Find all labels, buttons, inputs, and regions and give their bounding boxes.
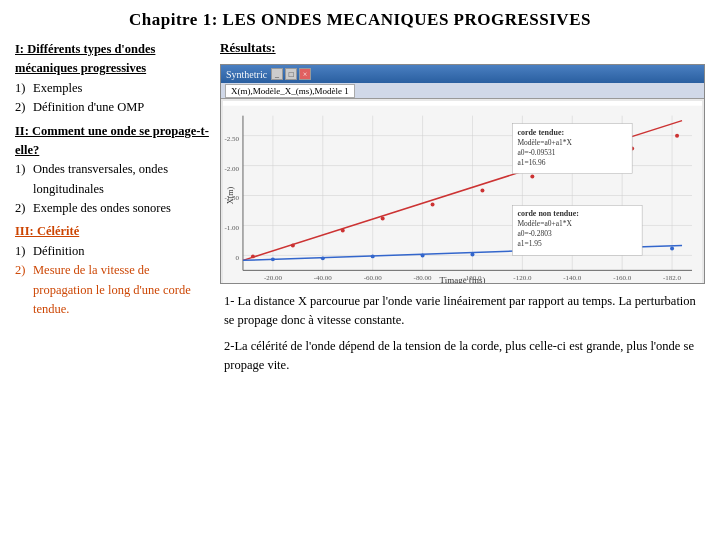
svg-text:-182.0: -182.0 [663,274,682,282]
svg-text:Modèle=a0+a1*X: Modèle=a0+a1*X [517,138,572,147]
svg-text:corde tendue:: corde tendue: [517,128,564,137]
svg-text:-40.00: -40.00 [314,274,333,282]
svg-point-40 [530,175,534,179]
svg-text:-60.00: -60.00 [364,274,383,282]
page: Chapitre 1: LES ONDES MECANIQUES PROGRES… [0,0,720,540]
svg-text:-120.0: -120.0 [513,274,532,282]
bottom-text-1: 1- La distance X parcourue par l'onde va… [224,292,701,331]
svg-point-46 [321,256,325,260]
svg-point-39 [480,189,484,193]
graph-tab-bar: X(m),Modèle_X_(ms),Modèle 1 [221,83,704,99]
svg-text:-20.00: -20.00 [264,274,283,282]
svg-text:-1.50: -1.50 [224,194,239,202]
svg-text:-100.0: -100.0 [463,274,482,282]
graph-tab[interactable]: X(m),Modèle_X_(ms),Modèle 1 [225,84,355,98]
svg-text:a1=1.95: a1=1.95 [517,239,542,248]
section3-title: III: Célérité [15,222,210,241]
svg-text:-1.00: -1.00 [224,224,239,232]
graph-titlebar: Synthetric _ □ × [221,65,704,83]
bottom-text-2: 2-La célérité de l'onde dépend de la ten… [224,337,701,376]
svg-point-48 [421,253,425,257]
svg-point-35 [291,243,295,247]
graph-titlebar-text: Synthetric [226,69,267,80]
svg-text:a1=16.96: a1=16.96 [517,158,545,167]
svg-text:Modèle=a0+a1*X: Modèle=a0+a1*X [517,219,572,228]
svg-point-53 [670,246,674,250]
svg-point-49 [470,252,474,256]
svg-text:corde non tendue:: corde non tendue: [517,209,579,218]
content-area: I: Différents types d'ondes mécaniques p… [15,40,705,530]
section1-item2: 2) Définition d'une OMP [15,98,210,117]
svg-text:-140.0: -140.0 [563,274,582,282]
graph-inner: Timage (ms) X(m) -20.00 -40.00 -60.00 -8… [223,101,702,284]
section1-title: I: Différents types d'ondes mécaniques p… [15,40,210,79]
svg-point-45 [271,257,275,261]
section2-title: II: Comment une onde se propage-t-elle? [15,122,210,161]
left-panel: I: Différents types d'ondes mécaniques p… [15,40,210,530]
svg-text:a0=-0.09531: a0=-0.09531 [517,148,555,157]
svg-text:-2.50: -2.50 [224,135,239,143]
svg-text:-80.00: -80.00 [414,274,433,282]
section3-item1: 1) Définition [15,242,210,261]
section1-item1: 1) Exemples [15,79,210,98]
svg-point-47 [371,254,375,258]
graph-controls: _ □ × [271,68,311,80]
svg-text:a0=-0.2803: a0=-0.2803 [517,229,552,238]
svg-point-34 [251,254,255,258]
right-panel: Résultats: Synthetric _ □ × X(m),Modèle_… [220,40,705,530]
close-btn[interactable]: × [299,68,311,80]
svg-point-36 [341,228,345,232]
results-label: Résultats: [220,40,705,56]
minimize-btn[interactable]: _ [271,68,283,80]
bottom-text: 1- La distance X parcourue par l'onde va… [220,292,705,382]
section2-item1: 1) Ondes transversales, ondes longitudin… [15,160,210,199]
graph-container: Synthetric _ □ × X(m),Modèle_X_(ms),Modè… [220,64,705,284]
page-title: Chapitre 1: LES ONDES MECANIQUES PROGRES… [15,10,705,30]
svg-point-37 [381,216,385,220]
graph-svg: Timage (ms) X(m) -20.00 -40.00 -60.00 -8… [223,101,702,284]
section3-item2: 2) Mesure de la vitesse de propagation l… [15,261,210,319]
svg-text:-2.00: -2.00 [224,165,239,173]
svg-text:0: 0 [235,254,239,262]
svg-point-43 [675,134,679,138]
svg-text:-160.0: -160.0 [613,274,632,282]
maximize-btn[interactable]: □ [285,68,297,80]
svg-point-38 [431,202,435,206]
section2-item2: 2) Exemple des ondes sonores [15,199,210,218]
